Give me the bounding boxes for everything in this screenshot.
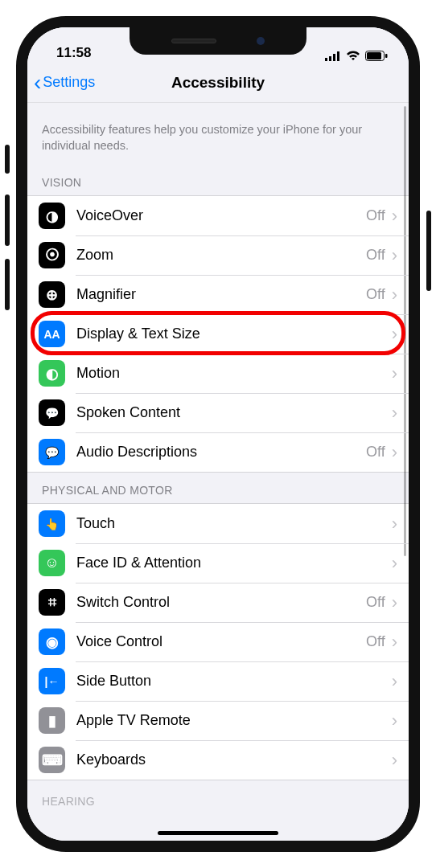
row-label: Magnifier xyxy=(76,286,366,303)
row-label: Display & Text Size xyxy=(76,326,392,342)
back-label: Settings xyxy=(43,74,95,91)
touch-icon: 👆 xyxy=(39,510,65,537)
row-value: Off xyxy=(366,247,385,264)
row-value: Off xyxy=(366,444,385,461)
row-value: Off xyxy=(366,594,385,611)
row-value: Off xyxy=(366,633,385,650)
settings-row-switch-control[interactable]: ⌗Switch ControlOff› xyxy=(27,583,409,622)
intro-text: Accessibility features help you customiz… xyxy=(27,103,409,165)
svg-rect-5 xyxy=(367,52,381,59)
row-label: Keyboards xyxy=(76,751,392,768)
settings-row-spoken-content[interactable]: 💬Spoken Content› xyxy=(27,393,409,432)
status-time: 11:58 xyxy=(56,45,91,61)
svg-rect-2 xyxy=(333,54,335,61)
content-scroll[interactable]: Accessibility features help you customiz… xyxy=(27,103,409,841)
nav-bar: ‹ Settings Accessibility xyxy=(27,63,409,103)
text-size-icon: AA xyxy=(39,321,65,347)
switch-control-icon: ⌗ xyxy=(39,589,65,616)
settings-row-voice-control[interactable]: ◉Voice ControlOff› xyxy=(27,622,409,661)
svg-rect-3 xyxy=(337,51,339,61)
zoom-icon: ⦿ xyxy=(39,242,65,268)
voiceover-icon: ◑ xyxy=(39,203,65,229)
row-label: Zoom xyxy=(76,247,366,264)
row-label: VoiceOver xyxy=(76,207,366,224)
keyboards-icon: ⌨ xyxy=(39,747,65,773)
settings-row-audio-descriptions[interactable]: 💬Audio DescriptionsOff› xyxy=(27,432,409,472)
home-indicator[interactable] xyxy=(158,831,278,835)
row-label: Audio Descriptions xyxy=(76,444,366,461)
status-icons xyxy=(325,51,388,61)
list-physical: 👆Touch›☺Face ID & Attention›⌗Switch Cont… xyxy=(27,503,409,780)
settings-row-magnifier[interactable]: ⊕MagnifierOff› xyxy=(27,275,409,314)
back-button[interactable]: ‹ Settings xyxy=(34,63,95,102)
wifi-icon xyxy=(346,51,360,61)
settings-row-face-id-attention[interactable]: ☺Face ID & Attention› xyxy=(27,543,409,583)
cellular-icon xyxy=(325,51,341,61)
settings-row-voiceover[interactable]: ◑VoiceOverOff› xyxy=(27,196,409,235)
page-title: Accessibility xyxy=(171,74,265,92)
row-label: Touch xyxy=(76,515,392,532)
svg-rect-6 xyxy=(385,54,388,58)
side-button-icon: |← xyxy=(39,668,65,694)
row-label: Switch Control xyxy=(76,594,366,611)
row-label: Side Button xyxy=(76,673,392,690)
row-label: Spoken Content xyxy=(76,404,392,421)
row-label: Apple TV Remote xyxy=(76,712,392,729)
settings-row-motion[interactable]: ◐Motion› xyxy=(27,354,409,393)
settings-row-apple-tv-remote[interactable]: ▮Apple TV Remote› xyxy=(27,701,409,740)
audio-descriptions-icon: 💬 xyxy=(39,439,65,465)
row-label: Voice Control xyxy=(76,633,366,650)
voice-control-icon: ◉ xyxy=(39,628,65,655)
apple-tv-remote-icon: ▮ xyxy=(39,707,65,734)
motion-icon: ◐ xyxy=(39,360,65,387)
settings-row-side-button[interactable]: |←Side Button› xyxy=(27,661,409,701)
settings-row-touch[interactable]: 👆Touch› xyxy=(27,504,409,543)
battery-icon xyxy=(365,51,388,61)
section-header-physical: PHYSICAL AND MOTOR xyxy=(27,473,409,503)
faceid-icon: ☺ xyxy=(39,550,65,576)
section-header-vision: VISION xyxy=(27,165,409,195)
settings-row-display-text-size[interactable]: AADisplay & Text Size› xyxy=(27,314,409,354)
device-notch xyxy=(130,27,306,55)
svg-rect-1 xyxy=(329,56,331,61)
settings-row-keyboards[interactable]: ⌨Keyboards› xyxy=(27,740,409,780)
magnifier-icon: ⊕ xyxy=(39,281,65,308)
spoken-content-icon: 💬 xyxy=(39,399,65,426)
row-value: Off xyxy=(366,207,385,224)
row-label: Motion xyxy=(76,365,392,382)
row-label: Face ID & Attention xyxy=(76,555,392,571)
section-header-hearing: HEARING xyxy=(27,780,409,814)
list-vision: ◑VoiceOverOff›⦿ZoomOff›⊕MagnifierOff›AAD… xyxy=(27,195,409,473)
row-value: Off xyxy=(366,286,385,303)
settings-row-zoom[interactable]: ⦿ZoomOff› xyxy=(27,235,409,275)
svg-rect-0 xyxy=(325,58,327,61)
